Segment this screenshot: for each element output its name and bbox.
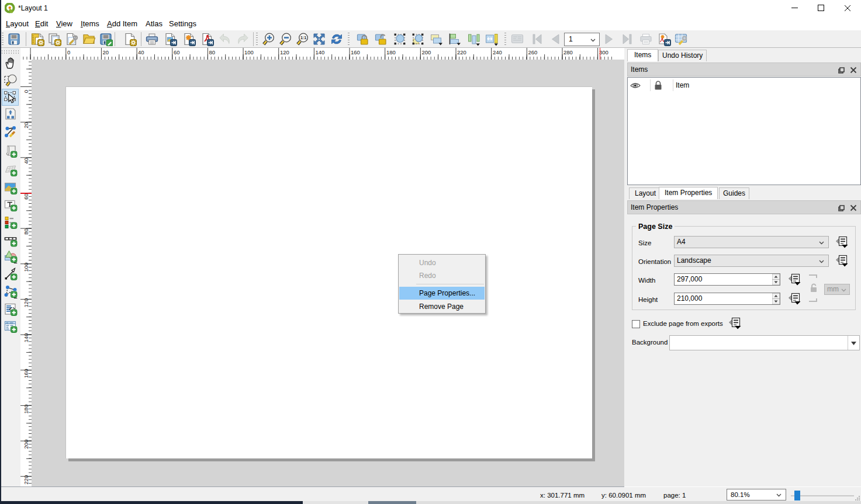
svg-text:1:1: 1:1 — [300, 36, 306, 40]
